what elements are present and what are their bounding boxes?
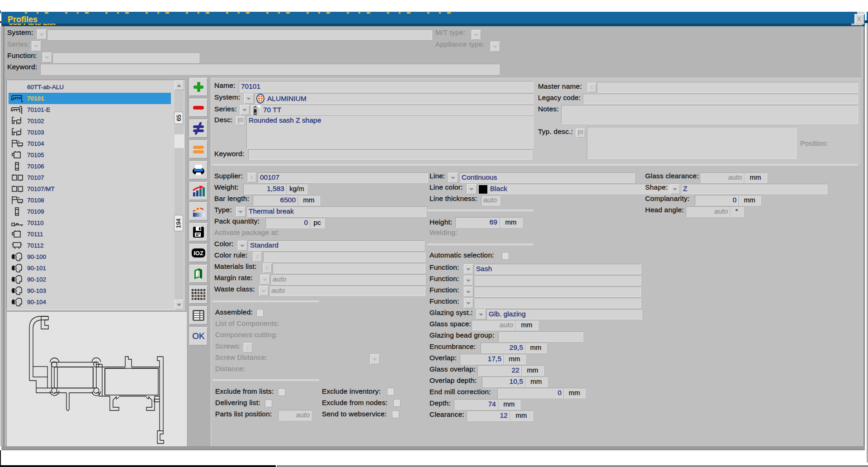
svg-text:IOZ: IOZ [193,250,203,257]
